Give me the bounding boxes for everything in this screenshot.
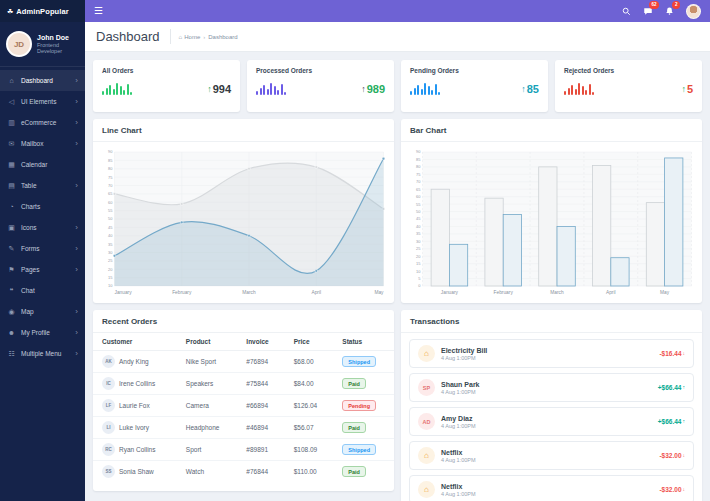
svg-text:60: 60	[416, 194, 421, 199]
customer-avatar: IC	[102, 377, 115, 390]
user-role: Frontend Developer	[37, 42, 79, 54]
spark-bar	[414, 88, 416, 95]
sidebar-item-label: eCommerce	[21, 119, 70, 126]
table-row[interactable]: AKAndy KingNike Sport#76894$68.00Shipped	[93, 351, 394, 373]
sidebar-item-my-profile[interactable]: ☻My Profile›	[0, 322, 85, 343]
spark-bar	[130, 92, 132, 95]
bell-icon[interactable]: 2	[665, 6, 674, 16]
transaction-name: Netflix	[441, 483, 476, 490]
svg-text:75: 75	[108, 175, 113, 180]
svg-text:15: 15	[416, 261, 421, 266]
list-item[interactable]: SPShaun Park4 Aug 1:00PM+$66.44↑	[409, 373, 694, 402]
spark-bar	[274, 86, 276, 95]
sidebar-item-mailbox[interactable]: ✉Mailbox›	[0, 133, 85, 154]
spark-bar	[582, 86, 584, 95]
stat-number: 989	[367, 84, 385, 95]
customer-name: Andy King	[119, 358, 149, 365]
pie-chart-icon: ◔	[7, 203, 16, 210]
sidebar-item-label: Forms	[21, 245, 70, 252]
sidebar-item-multiple-menu[interactable]: ☷Multiple Menu›	[0, 343, 85, 364]
user-avatar[interactable]: JD	[6, 31, 32, 57]
status-cell: Paid	[333, 373, 394, 395]
list-item[interactable]: ⌂Netflix4 Aug 1:00PM-$32.00↓	[409, 475, 694, 501]
charts-row: Line Chart 10152025303540455055606570758…	[93, 119, 702, 303]
sidebar-item-dashboard[interactable]: ⌂Dashboard›	[0, 70, 85, 91]
svg-text:10: 10	[416, 269, 421, 274]
table-row[interactable]: LILuke IvoryHeadphone#46894$56.07Paid	[93, 417, 394, 439]
sidebar-item-table[interactable]: ▤Table›	[0, 175, 85, 196]
up-arrow-icon: ↑	[521, 85, 526, 94]
messages-icon[interactable]: 62	[643, 6, 653, 16]
svg-text:January: January	[441, 290, 459, 295]
sidebar-item-ecommerce[interactable]: ▥eCommerce›	[0, 112, 85, 133]
up-arrow-icon: ↑	[683, 385, 686, 390]
spark-bar	[116, 83, 118, 95]
stat-number: 85	[527, 84, 539, 95]
product-cell: Camera	[177, 395, 238, 417]
table-row[interactable]: SSSonia ShawWatch#76844$110.00Paid	[93, 461, 394, 483]
app-logo[interactable]: ☘ AdminPopular	[0, 0, 85, 22]
transaction-avatar: AD	[418, 413, 435, 430]
customer-cell: ICIrene Collins	[93, 373, 177, 395]
breadcrumb-home[interactable]: ⌂ Home	[179, 34, 201, 40]
spark-bar	[109, 85, 111, 95]
customer-avatar: LF	[102, 399, 115, 412]
invoice-cell: #76844	[237, 461, 284, 483]
home-icon: ⌂	[418, 447, 435, 464]
sidebar-item-charts[interactable]: ◔Charts	[0, 196, 85, 217]
up-arrow-icon: ↑	[207, 85, 212, 94]
up-arrow-icon: ↑	[683, 419, 686, 424]
app-root: ☘ AdminPopular JD John Doe Frontend Deve…	[0, 0, 710, 501]
customer-name: Luke Ivory	[119, 424, 149, 431]
invoice-cell: #75844	[237, 373, 284, 395]
table-row[interactable]: ICIrene CollinsSpeakers#75844$84.00Paid	[93, 373, 394, 395]
customer-avatar: LI	[102, 421, 115, 434]
spark-bar	[284, 92, 286, 95]
content: All Orders↑994Processed Orders↑989Pendin…	[85, 52, 710, 501]
status-badge: Paid	[342, 422, 366, 433]
svg-text:70: 70	[416, 179, 421, 184]
table-row[interactable]: LFLaurie FoxCamera#66894$126.04Pending	[93, 395, 394, 417]
svg-text:30: 30	[416, 239, 421, 244]
profile-avatar[interactable]	[686, 4, 701, 19]
svg-text:40: 40	[416, 224, 421, 229]
invoice-cell: #46894	[237, 417, 284, 439]
customer-avatar: AK	[102, 355, 115, 368]
sidebar-item-calendar[interactable]: ▦Calendar	[0, 154, 85, 175]
list-item[interactable]: ⌂Electricity Bill4 Aug 1:00PM-$16.44↓	[409, 339, 694, 368]
user-name: John Doe	[37, 34, 79, 41]
invoice-cell: #89891	[237, 439, 284, 461]
stat-card: Rejected Orders↑5	[555, 60, 702, 112]
sidebar-user-card: JD John Doe Frontend Developer	[0, 22, 85, 67]
svg-text:35: 35	[416, 231, 421, 236]
status-badge: Shipped	[342, 444, 376, 455]
status-badge: Pending	[342, 400, 376, 411]
chat-icon: ❝	[7, 287, 16, 294]
customer-avatar: SS	[102, 465, 115, 478]
spark-bar	[263, 85, 265, 95]
spark-bar	[438, 92, 440, 95]
svg-text:45: 45	[416, 216, 421, 221]
amount-value: +$66.44	[658, 418, 682, 425]
stat-card: All Orders↑994	[93, 60, 240, 112]
sidebar-item-map[interactable]: ◉Map›	[0, 301, 85, 322]
sidebar-item-icons[interactable]: ▣Icons›	[0, 217, 85, 238]
sidebar-item-ui-elements[interactable]: ◁UI Elements›	[0, 91, 85, 112]
sidebar-item-chat[interactable]: ❝Chat	[0, 280, 85, 301]
status-cell: Paid	[333, 461, 394, 483]
svg-text:25: 25	[416, 246, 421, 251]
list-item[interactable]: ADAmy Diaz4 Aug 1:00PM+$66.44↑	[409, 407, 694, 436]
envelope-icon: ✉	[7, 140, 16, 147]
spark-bar	[435, 84, 437, 95]
spark-bar	[270, 83, 272, 95]
menu-toggle-icon[interactable]: ☰	[94, 6, 103, 16]
transaction-meta: Amy Diaz4 Aug 1:00PM	[441, 415, 476, 429]
leaf-icon: ☘	[7, 8, 13, 15]
table-row[interactable]: RCRyan CollinsSport#89891$108.09Shipped	[93, 439, 394, 461]
spark-bar	[102, 91, 104, 95]
sidebar-item-forms[interactable]: ✎Forms›	[0, 238, 85, 259]
sidebar-item-pages[interactable]: ⚑Pages›	[0, 259, 85, 280]
search-icon[interactable]	[622, 7, 631, 16]
spark-bar	[431, 90, 433, 95]
list-item[interactable]: ⌂Netflix4 Aug 1:00PM-$32.00↓	[409, 441, 694, 470]
